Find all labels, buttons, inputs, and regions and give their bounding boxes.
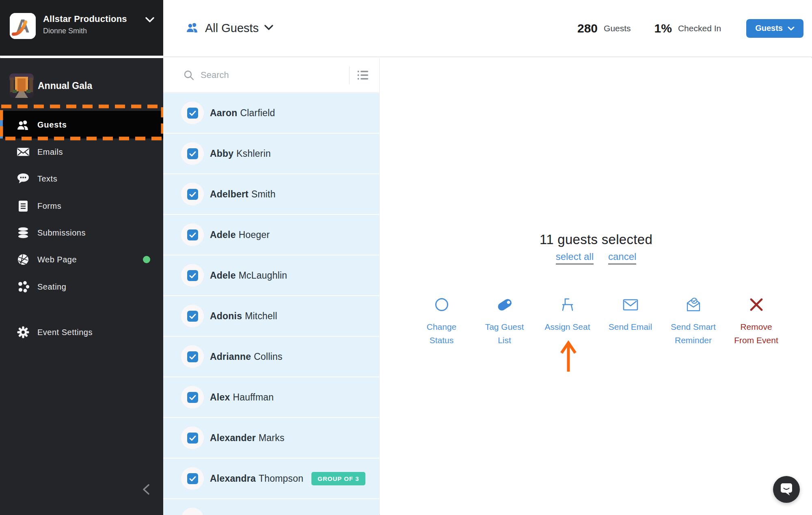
org-name: Allstar Productions [43,14,127,24]
action-label-line: Remove [740,322,772,331]
sidebar-item-label: Seating [37,282,66,292]
guest-first-name: Adele [210,270,236,281]
gear-icon [16,326,30,338]
guest-checkbox-checked[interactable] [187,351,198,362]
guest-last-name: Collins [254,351,282,362]
guest-row[interactable]: AlexandraThompson GROUP OF 3 [163,459,379,498]
status-dot [143,256,150,263]
list-view-icon[interactable] [357,69,369,82]
guest-view-switcher[interactable]: All Guests [186,0,273,56]
event-thumbnail [9,74,34,98]
collapse-sidebar-icon[interactable] [142,483,153,496]
guest-row-partial[interactable] [163,499,379,515]
sidebar-item-label: Texts [37,174,57,184]
header-stats: 280 Guests 1% Checked In Guests [577,0,803,56]
guest-row[interactable]: AdrianneCollins [163,337,379,377]
guest-last-name: Hauffman [233,392,274,403]
sidebar: Annual Gala Guests [0,58,163,515]
guest-checkbox-checked[interactable] [187,189,198,200]
guest-checkbox-checked[interactable] [187,392,198,403]
guest-checkbox-checked[interactable] [187,473,198,484]
database-icon [16,227,30,239]
guest-checkbox-checked[interactable] [187,229,198,240]
selection-title: 11 guests selected [380,232,812,247]
sidebar-item-label: Guests [37,120,67,130]
chat-launcher-button[interactable] [773,476,800,503]
guest-last-name: Clarfield [240,108,275,119]
guests-icon [16,119,30,131]
checked-in-percent: 1% [654,22,672,35]
guest-last-name: Mitchell [245,311,277,322]
guest-row[interactable]: AlexanderMarks [163,418,379,458]
current-view-label: All Guests [205,22,259,35]
guest-row[interactable]: AdelbertSmith [163,174,379,214]
sidebar-item-emails[interactable]: Emails [0,138,163,166]
sidebar-item-submissions[interactable]: Submissions [0,219,163,247]
action-label-line: Status [430,335,454,345]
search-bar [163,58,380,93]
org-user-name: Dionne Smith [43,27,87,35]
guest-row[interactable]: AdeleMcLaughlin [163,255,379,295]
guest-first-name: Adonis [210,311,242,322]
send-smart-reminder-action[interactable]: Send SmartReminder [662,295,725,347]
header: All Guests 280 Guests 1% Checked In Gues… [163,0,812,57]
select-all-link[interactable]: select all [556,251,594,264]
guest-checkbox-checked[interactable] [187,433,198,444]
guest-first-name: Alexander [210,433,256,444]
sidebar-item-seating[interactable]: Seating [0,273,163,301]
action-label-line: Reminder [675,335,712,345]
sidebar-item-label: Emails [37,147,63,157]
action-label-line: Change [427,322,457,331]
sidebar-item-label: Web Page [37,255,77,264]
sidebar-item-label: Forms [37,201,61,211]
envelope-icon [622,295,639,314]
sidebar-item-web-page[interactable]: Web Page [0,246,163,273]
change-status-action[interactable]: ChangeStatus [410,295,473,347]
guests-menu-button[interactable]: Guests [746,19,803,38]
remove-from-event-action[interactable]: RemoveFrom Event [725,295,788,347]
guest-last-name: McLaughlin [239,270,287,281]
send-email-action[interactable]: Send Email [599,295,662,347]
guest-checkbox-checked[interactable] [187,148,198,159]
guest-first-name: Adele [210,229,236,240]
guest-last-name: Hoeger [239,229,270,240]
guest-row[interactable]: AdeleHoeger [163,215,379,255]
x-icon [749,295,764,314]
app-window: A Allstar Productions Dionne Smith [0,0,812,515]
checkbox-halo [181,508,204,515]
assign-seat-action[interactable]: Assign Seat [536,295,599,347]
org-switcher[interactable]: A Allstar Productions Dionne Smith [0,0,163,57]
guest-count: 280 [577,22,598,35]
document-icon [16,200,30,212]
guest-first-name: Alexandra [210,473,256,484]
chevron-down-icon [264,25,273,32]
action-label-line: Tag Guest [485,322,524,331]
guest-row[interactable]: AbbyKshlerin [163,134,379,173]
guest-list: AaronClarfield AbbyKshlerin AdelbertSmit… [163,93,380,515]
guest-row[interactable]: AdonisMitchell [163,296,379,336]
sidebar-item-guests[interactable]: Guests [0,111,163,138]
chevron-down-icon[interactable] [145,17,154,24]
guest-row[interactable]: AlexHauffman [163,377,379,417]
sidebar-item-forms[interactable]: Forms [0,192,163,220]
bulk-action-panel: 11 guests selected select all cancel Cha… [380,58,812,515]
sidebar-item-texts[interactable]: Texts [0,165,163,193]
guest-checkbox-checked[interactable] [187,270,198,281]
cancel-link[interactable]: cancel [608,251,636,264]
guest-first-name: Adelbert [210,189,248,200]
chair-icon [559,295,576,314]
guest-first-name: Adrianne [210,351,251,362]
status-circle-icon [434,295,450,314]
guest-last-name: Marks [259,433,285,444]
guest-checkbox-checked[interactable] [187,311,198,322]
search-icon [184,70,195,83]
guest-checkbox-checked[interactable] [187,108,198,119]
sidebar-item-event-settings[interactable]: Event Settings [0,318,163,346]
search-input[interactable] [201,67,339,83]
guest-last-name: Thompson [259,473,303,484]
chevron-down-icon [788,24,795,33]
guest-row[interactable]: AaronClarfield [163,93,379,133]
checked-in-label: Checked In [678,24,721,33]
tag-guest-list-action[interactable]: Tag GuestList [473,295,536,347]
bulk-actions-row: ChangeStatus Tag GuestList [410,295,788,347]
